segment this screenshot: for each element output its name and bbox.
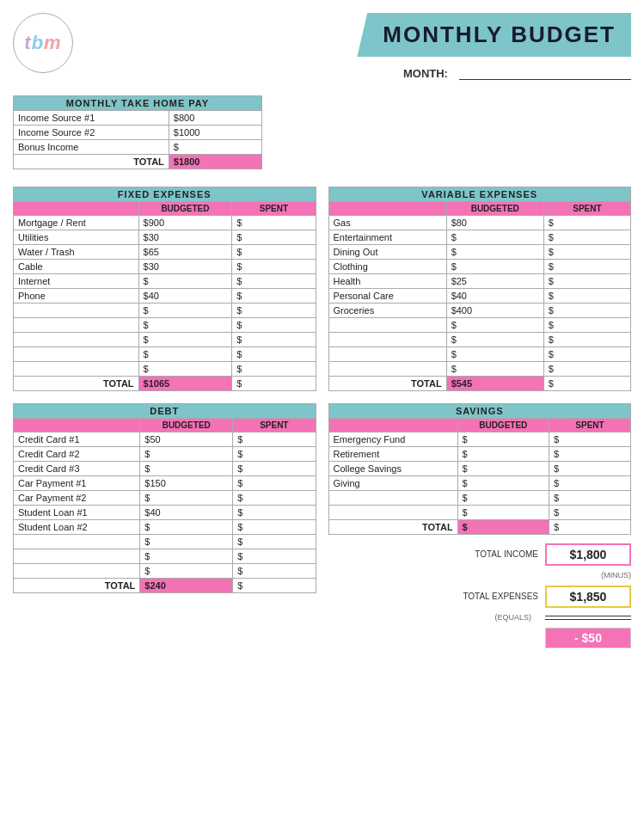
row-spent[interactable]: $: [549, 432, 630, 447]
row-spent[interactable]: $: [232, 230, 316, 245]
income-value-2[interactable]: $1000: [169, 126, 261, 140]
variable-col-name: [328, 202, 446, 216]
row-spent[interactable]: $: [549, 506, 630, 520]
row-budgeted[interactable]: $: [140, 462, 233, 476]
row-budgeted[interactable]: $: [446, 362, 543, 377]
row-budgeted[interactable]: $40: [140, 506, 233, 520]
row-spent[interactable]: $: [543, 362, 630, 377]
row-spent[interactable]: $: [233, 506, 316, 520]
row-spent[interactable]: $: [232, 318, 316, 333]
row-budgeted[interactable]: $900: [138, 216, 232, 230]
row-spent[interactable]: $: [549, 447, 630, 462]
row-budgeted[interactable]: $: [446, 333, 543, 347]
row-budgeted[interactable]: $: [140, 535, 233, 549]
row-budgeted[interactable]: $: [140, 520, 233, 535]
total-spent[interactable]: $: [232, 377, 316, 391]
income-value-1[interactable]: $800: [169, 111, 261, 126]
row-spent[interactable]: $: [549, 491, 630, 506]
row-budgeted[interactable]: $: [138, 333, 232, 347]
row-budgeted[interactable]: $: [457, 447, 549, 462]
row-spent[interactable]: $: [232, 216, 316, 230]
row-budgeted[interactable]: $: [446, 347, 543, 362]
row-spent[interactable]: $: [232, 289, 316, 304]
row-spent[interactable]: $: [232, 260, 316, 274]
income-value-3[interactable]: $: [169, 140, 261, 155]
row-spent[interactable]: $: [233, 520, 316, 535]
row-spent[interactable]: $: [543, 289, 630, 304]
row-budgeted[interactable]: $30: [138, 230, 232, 245]
row-spent[interactable]: $: [549, 476, 630, 491]
row-budgeted[interactable]: $: [446, 318, 543, 333]
row-budgeted[interactable]: $25: [446, 274, 543, 289]
row-spent[interactable]: $: [543, 347, 630, 362]
row-label: Utilities: [14, 230, 139, 245]
row-budgeted[interactable]: $: [140, 447, 233, 462]
row-label: Phone: [14, 289, 139, 304]
row-spent[interactable]: $: [543, 230, 630, 245]
total-spent[interactable]: $: [543, 377, 630, 391]
row-budgeted[interactable]: $: [457, 476, 549, 491]
total-spent[interactable]: $: [549, 520, 630, 535]
table-row: $ $: [14, 549, 316, 564]
row-budgeted[interactable]: $: [446, 245, 543, 260]
total-label: TOTAL: [14, 377, 139, 391]
row-budgeted[interactable]: $: [138, 318, 232, 333]
row-budgeted[interactable]: $80: [446, 216, 543, 230]
row-budgeted[interactable]: $: [138, 274, 232, 289]
row-budgeted[interactable]: $: [138, 362, 232, 377]
row-spent[interactable]: $: [233, 549, 316, 564]
month-value[interactable]: [459, 79, 631, 80]
total-budgeted[interactable]: $240: [140, 579, 233, 593]
row-budgeted[interactable]: $: [138, 347, 232, 362]
row-spent[interactable]: $: [543, 260, 630, 274]
income-total-row: TOTAL $1800: [14, 155, 262, 169]
income-total-value[interactable]: $1800: [169, 155, 261, 169]
row-spent[interactable]: $: [233, 462, 316, 476]
row-spent[interactable]: $: [233, 491, 316, 506]
row-budgeted[interactable]: $: [140, 491, 233, 506]
row-spent[interactable]: $: [233, 564, 316, 579]
total-budgeted[interactable]: $1065: [138, 377, 232, 391]
row-spent[interactable]: $: [232, 245, 316, 260]
row-budgeted[interactable]: $65: [138, 245, 232, 260]
total-spent[interactable]: $: [233, 579, 316, 593]
row-spent[interactable]: $: [233, 476, 316, 491]
row-spent[interactable]: $: [543, 216, 630, 230]
variable-title: VARIABLE EXPENSES: [328, 187, 631, 202]
row-spent[interactable]: $: [543, 245, 630, 260]
row-budgeted[interactable]: $: [446, 230, 543, 245]
row-budgeted[interactable]: $30: [138, 260, 232, 274]
row-label: Giving: [328, 476, 457, 491]
row-budgeted[interactable]: $: [446, 260, 543, 274]
row-spent[interactable]: $: [232, 362, 316, 377]
row-label: [14, 318, 139, 333]
row-budgeted[interactable]: $: [140, 549, 233, 564]
row-budgeted[interactable]: $50: [140, 432, 233, 447]
row-budgeted[interactable]: $: [138, 304, 232, 318]
row-spent[interactable]: $: [543, 333, 630, 347]
row-label: [14, 333, 139, 347]
row-spent[interactable]: $: [543, 318, 630, 333]
debt-body-total-row: TOTAL $240 $: [14, 579, 316, 593]
row-spent[interactable]: $: [233, 432, 316, 447]
row-budgeted[interactable]: $: [457, 491, 549, 506]
row-spent[interactable]: $: [549, 462, 630, 476]
row-spent[interactable]: $: [232, 347, 316, 362]
row-budgeted[interactable]: $150: [140, 476, 233, 491]
row-budgeted[interactable]: $400: [446, 304, 543, 318]
total-budgeted[interactable]: $: [457, 520, 549, 535]
row-spent[interactable]: $: [543, 274, 630, 289]
row-budgeted[interactable]: $: [457, 506, 549, 520]
row-spent[interactable]: $: [233, 447, 316, 462]
row-budgeted[interactable]: $40: [138, 289, 232, 304]
row-budgeted[interactable]: $: [140, 564, 233, 579]
row-spent[interactable]: $: [233, 535, 316, 549]
row-spent[interactable]: $: [232, 274, 316, 289]
row-budgeted[interactable]: $: [457, 432, 549, 447]
row-spent[interactable]: $: [232, 304, 316, 318]
total-budgeted[interactable]: $545: [446, 377, 543, 391]
row-budgeted[interactable]: $: [457, 462, 549, 476]
row-budgeted[interactable]: $40: [446, 289, 543, 304]
row-spent[interactable]: $: [232, 333, 316, 347]
row-spent[interactable]: $: [543, 304, 630, 318]
